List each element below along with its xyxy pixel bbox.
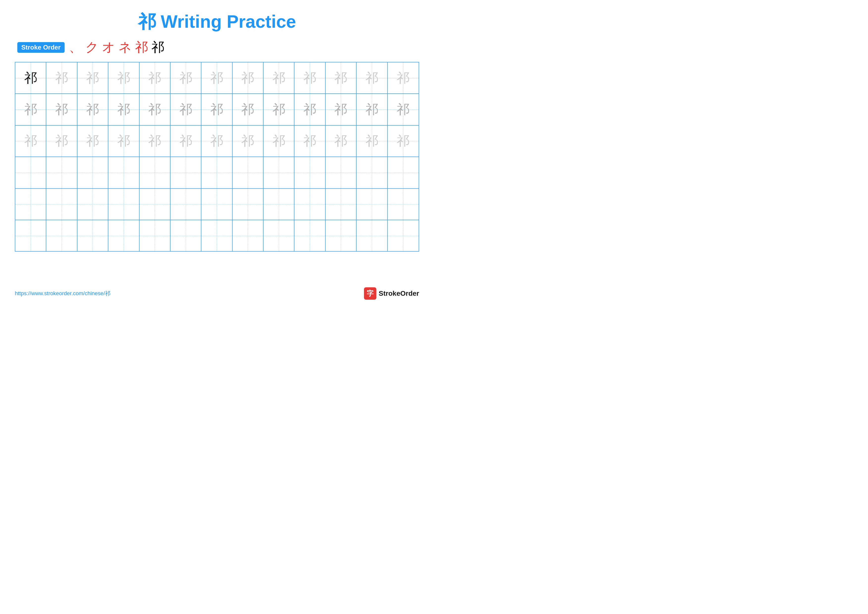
stroke-4: ネ: [119, 39, 132, 56]
grid-cell[interactable]: 祁: [356, 62, 388, 93]
grid-cell[interactable]: 祁: [78, 94, 108, 125]
grid-cell[interactable]: [170, 189, 202, 220]
grid-cell[interactable]: [326, 157, 356, 188]
grid-cell[interactable]: 祁: [264, 94, 294, 125]
grid-cell[interactable]: [140, 220, 170, 251]
grid-cell[interactable]: 祁: [294, 126, 326, 157]
footer: https://www.strokeorder.com/chinese/祁 字 …: [15, 287, 419, 300]
grid-cell[interactable]: [170, 220, 202, 251]
grid-cell[interactable]: [78, 220, 108, 251]
grid-cell[interactable]: [356, 157, 388, 188]
grid-cell[interactable]: 祁: [326, 62, 356, 93]
grid-cell[interactable]: [16, 189, 46, 220]
page: 祁 Writing Practice Stroke Order 、 ク オ ネ …: [0, 0, 434, 307]
grid-cell[interactable]: [294, 189, 326, 220]
grid-row-4: [16, 157, 418, 188]
grid-cell[interactable]: [140, 157, 170, 188]
grid-cell[interactable]: [16, 220, 46, 251]
grid-cell[interactable]: 祁: [78, 126, 108, 157]
grid-cell[interactable]: 祁: [108, 126, 139, 157]
cell-char: 祁: [86, 101, 99, 118]
grid-cell[interactable]: 祁: [202, 62, 232, 93]
grid-cell[interactable]: [388, 157, 418, 188]
grid-cell[interactable]: [264, 189, 294, 220]
grid-cell[interactable]: [108, 220, 139, 251]
cell-char: 祁: [180, 132, 192, 149]
grid-cell[interactable]: [170, 157, 202, 188]
grid-cell[interactable]: 祁: [232, 62, 264, 93]
grid-cell[interactable]: [356, 220, 388, 251]
grid-cell[interactable]: [108, 157, 139, 188]
grid-row-6: [16, 220, 418, 251]
grid-cell[interactable]: 祁: [16, 62, 46, 93]
grid-cell[interactable]: 祁: [16, 126, 46, 157]
grid-cell[interactable]: 祁: [140, 94, 170, 125]
grid-cell[interactable]: [264, 157, 294, 188]
cell-char: 祁: [148, 101, 161, 118]
grid-cell[interactable]: 祁: [202, 94, 232, 125]
grid-cell[interactable]: 祁: [388, 62, 418, 93]
cell-char: 祁: [117, 132, 130, 149]
grid-cell[interactable]: 祁: [46, 126, 77, 157]
grid-cell[interactable]: 祁: [264, 126, 294, 157]
grid-cell[interactable]: [16, 157, 46, 188]
grid-cell[interactable]: [232, 189, 264, 220]
cell-char: 祁: [334, 101, 347, 118]
cell-char: 祁: [55, 101, 68, 118]
cell-char: 祁: [55, 132, 68, 149]
grid-cell[interactable]: 祁: [326, 126, 356, 157]
grid-cell[interactable]: 祁: [140, 62, 170, 93]
stroke-order-badge[interactable]: Stroke Order: [17, 42, 65, 53]
grid-cell[interactable]: [294, 220, 326, 251]
grid-row-2: 祁 祁 祁 祁 祁 祁 祁 祁 祁 祁 祁 祁 祁: [16, 94, 418, 125]
grid-cell[interactable]: 祁: [170, 126, 202, 157]
grid-cell[interactable]: 祁: [78, 62, 108, 93]
grid-cell[interactable]: 祁: [388, 126, 418, 157]
grid-cell[interactable]: [46, 189, 77, 220]
grid-cell[interactable]: [264, 220, 294, 251]
grid-cell[interactable]: 祁: [294, 94, 326, 125]
grid-cell[interactable]: [78, 189, 108, 220]
grid-cell[interactable]: [46, 157, 77, 188]
grid-cell[interactable]: 祁: [16, 94, 46, 125]
grid-cell[interactable]: [46, 220, 77, 251]
grid-cell[interactable]: 祁: [356, 126, 388, 157]
footer-logo: 字 StrokeOrder: [364, 287, 419, 300]
grid-cell[interactable]: [232, 157, 264, 188]
grid-cell[interactable]: [232, 220, 264, 251]
grid-cell[interactable]: 祁: [170, 62, 202, 93]
footer-url[interactable]: https://www.strokeorder.com/chinese/祁: [15, 290, 110, 297]
grid-cell[interactable]: 祁: [264, 62, 294, 93]
grid-cell[interactable]: [202, 157, 232, 188]
cell-char: 祁: [148, 69, 161, 87]
grid-cell[interactable]: [388, 189, 418, 220]
grid-cell[interactable]: 祁: [140, 126, 170, 157]
cell-char: 祁: [86, 69, 99, 87]
grid-cell[interactable]: [108, 189, 139, 220]
grid-cell[interactable]: 祁: [46, 62, 77, 93]
grid-cell[interactable]: 祁: [232, 94, 264, 125]
grid-cell[interactable]: 祁: [356, 94, 388, 125]
grid-cell[interactable]: 祁: [326, 94, 356, 125]
stroke-2: ク: [85, 39, 98, 56]
grid-cell[interactable]: [140, 189, 170, 220]
grid-cell[interactable]: [294, 157, 326, 188]
grid-cell[interactable]: [326, 189, 356, 220]
grid-cell[interactable]: [388, 220, 418, 251]
grid-cell[interactable]: [202, 220, 232, 251]
grid-row-1: 祁 祁 祁 祁 祁 祁 祁 祁 祁 祁 祁 祁 祁: [16, 62, 418, 94]
grid-cell[interactable]: 祁: [294, 62, 326, 93]
grid-cell[interactable]: 祁: [46, 94, 77, 125]
grid-cell[interactable]: 祁: [108, 94, 139, 125]
grid-cell[interactable]: [78, 157, 108, 188]
cell-char: 祁: [241, 69, 254, 87]
grid-cell[interactable]: 祁: [202, 126, 232, 157]
grid-cell[interactable]: 祁: [108, 62, 139, 93]
grid-row-3: 祁 祁 祁 祁 祁 祁 祁 祁 祁 祁 祁 祁 祁: [16, 126, 418, 157]
grid-cell[interactable]: [326, 220, 356, 251]
grid-cell[interactable]: 祁: [170, 94, 202, 125]
grid-cell[interactable]: 祁: [232, 126, 264, 157]
grid-cell[interactable]: [202, 189, 232, 220]
grid-cell[interactable]: [356, 189, 388, 220]
grid-cell[interactable]: 祁: [388, 94, 418, 125]
